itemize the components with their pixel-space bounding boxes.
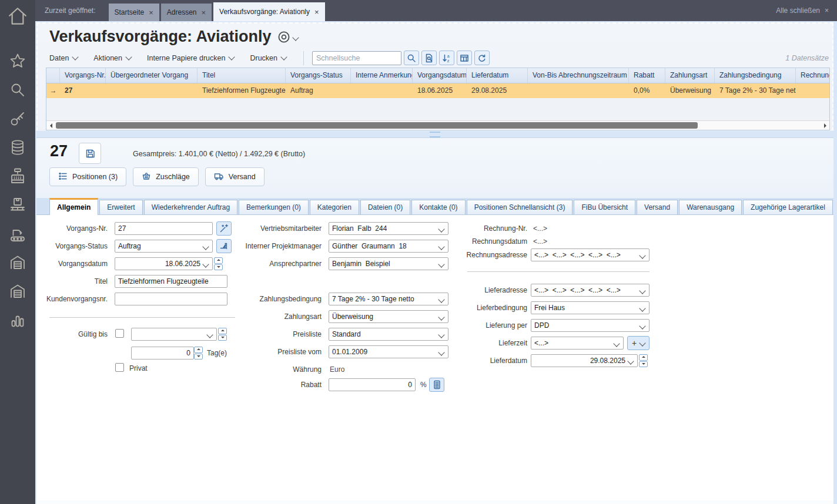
tab-wiederkehrender-auftrag[interactable]: Wiederkehrender Auftrag <box>144 200 237 214</box>
column-header[interactable]: Übergeordneter Vorgang <box>106 68 197 83</box>
gueltig-bis-checkbox[interactable] <box>115 329 124 338</box>
tab-verkaufsvorgaenge[interactable]: Verkaufsvorgänge: Aviationly × <box>213 2 324 21</box>
warehouse-gate-icon[interactable] <box>6 251 29 274</box>
vorgangs-status-select[interactable]: Auftrag <box>115 240 213 253</box>
cash-register-icon[interactable] <box>6 164 29 188</box>
tab-warenausgang[interactable]: Warenausgang <box>679 200 742 214</box>
cell-rechnungs[interactable] <box>796 83 829 98</box>
search-icon[interactable] <box>6 78 29 102</box>
cell-von-bis[interactable] <box>528 83 629 98</box>
favorites-star-icon[interactable] <box>6 49 29 73</box>
lieferbedingung-select[interactable]: Frei Haus <box>531 301 649 314</box>
database-icon[interactable] <box>6 136 29 159</box>
privat-checkbox[interactable] <box>115 363 124 372</box>
tab-versand[interactable]: Versand <box>637 200 678 214</box>
pallet-package-icon[interactable] <box>6 193 29 217</box>
gueltig-bis-stepper[interactable] <box>218 328 227 341</box>
tab-kontakte[interactable]: Kontakte (0) <box>411 200 465 214</box>
zahlungsbedingung-select[interactable]: 7 Tage 2% - 30 Tage netto <box>329 293 448 305</box>
cell-vorgangs-status[interactable]: Auftrag <box>286 83 351 98</box>
column-header[interactable]: Titel <box>197 68 286 83</box>
cell-zahlungsart[interactable]: Überweisung <box>665 83 715 98</box>
cell-zahlungsbedingung[interactable]: 7 Tage 2% - 30 Tage netto <box>715 83 796 98</box>
refresh-button[interactable] <box>474 51 490 65</box>
close-all-button[interactable]: Alle schließen × <box>776 6 829 15</box>
key-icon[interactable] <box>6 107 29 130</box>
rabatt-calculator-button[interactable] <box>429 378 444 392</box>
lieferung-per-select[interactable]: DPD <box>531 319 649 332</box>
vorgangs-nr-input[interactable] <box>115 222 213 235</box>
cell-lieferdatum[interactable]: 29.08.2025 <box>467 83 528 98</box>
zuschlaege-button[interactable]: Zuschläge <box>133 167 199 186</box>
tab-fibu-uebersicht[interactable]: FiBu Übersicht <box>574 200 635 214</box>
titel-input[interactable] <box>115 275 227 288</box>
tab-positionen-schnellansicht[interactable]: Positionen Schnellansicht (3) <box>467 200 573 214</box>
cell-uebergeordneter-vorgang[interactable] <box>106 83 197 98</box>
menu-interne-papiere-drucken[interactable]: Interne Papiere drucken <box>147 54 234 62</box>
projektmanager-select[interactable]: Günther Graumann 18 <box>329 240 448 253</box>
rabatt-input[interactable] <box>329 378 416 391</box>
preisliste-select[interactable]: Standard <box>329 328 448 341</box>
menu-drucken[interactable]: Drucken <box>250 54 286 62</box>
tab-zugehoerige-lagerartikel[interactable]: Zugehörige Lagerartikel <box>743 200 833 214</box>
view-selector[interactable] <box>277 31 298 46</box>
ansprechpartner-select[interactable]: Benjamin Beispiel <box>329 257 448 270</box>
cell-vorgangs-nr[interactable]: 27 <box>60 83 106 98</box>
column-header[interactable]: Lieferdatum <box>467 68 528 83</box>
menu-aktionen[interactable]: Aktionen <box>93 54 131 62</box>
column-header[interactable]: Vorgangs-Status <box>286 68 351 83</box>
lieferadresse-select[interactable]: <...> <...> <...> <...> <...> <box>531 284 649 297</box>
versand-button[interactable]: Versand <box>205 167 265 186</box>
menu-daten[interactable]: Daten <box>49 54 78 62</box>
splitter-handle[interactable] <box>36 130 833 138</box>
column-header[interactable]: Rechnungs <box>796 68 829 83</box>
column-header[interactable]: Vorgangs-Nr. <box>60 68 106 83</box>
column-header[interactable]: Von-Bis Abrechnungszeitraum <box>528 68 629 83</box>
vorgangsdatum-stepper[interactable] <box>214 257 223 270</box>
column-header[interactable]: Rabatt <box>629 68 665 83</box>
cell-titel[interactable]: Tiefziehformen Flugzeugteile <box>197 83 286 98</box>
column-header[interactable]: Vorgangsdatum <box>413 68 467 83</box>
positionen-button[interactable]: Positionen (3) <box>49 167 126 186</box>
cell-rabatt[interactable]: 0,0% <box>629 83 665 98</box>
close-icon[interactable]: × <box>314 8 319 16</box>
column-header[interactable]: Zahlungsart <box>665 68 715 83</box>
bar-chart-icon[interactable] <box>6 308 29 332</box>
cell-vorgangsdatum[interactable]: 18.06.2025 <box>413 83 467 98</box>
production-conveyor-icon[interactable] <box>6 222 29 246</box>
column-header[interactable]: Zahlungsbedingung <box>715 68 796 83</box>
warehouse-gate-alt-icon[interactable] <box>6 280 29 303</box>
scroll-right-arrow[interactable] <box>821 121 829 130</box>
search-input[interactable] <box>312 51 401 65</box>
preisliste-vom-select[interactable]: 01.01.2009 <box>329 345 448 358</box>
kundenvorgangsnr-input[interactable] <box>115 293 227 305</box>
number-wand-button[interactable] <box>216 221 232 236</box>
sort-button[interactable]: az <box>439 51 454 65</box>
tab-kategorien[interactable]: Kategorien <box>310 200 359 214</box>
gueltig-tage-input[interactable] <box>131 347 194 359</box>
cell-interne-anmerkung[interactable] <box>351 83 413 98</box>
tab-startseite[interactable]: Startseite × <box>109 4 159 21</box>
gueltig-bis-date-input[interactable] <box>131 328 217 341</box>
lieferzeit-select[interactable]: <...> <box>531 337 624 350</box>
gueltig-tage-stepper[interactable] <box>194 347 203 359</box>
rechnungsadresse-select[interactable]: <...> <...> <...> <...> <...> <box>531 248 649 261</box>
tab-erweitert[interactable]: Erweitert <box>99 200 142 214</box>
tab-dateien[interactable]: Dateien (0) <box>360 200 410 214</box>
save-button[interactable] <box>79 143 101 164</box>
status-workflow-button[interactable] <box>216 239 232 253</box>
scroll-left-arrow[interactable] <box>46 121 55 130</box>
column-header[interactable]: Interne Anmerkung <box>351 68 413 83</box>
table-row[interactable]: → 27 Tiefziehformen Flugzeugteile Auftra… <box>46 83 829 98</box>
lieferzeit-add-button[interactable]: + <box>627 336 649 350</box>
close-icon[interactable]: × <box>202 9 206 16</box>
scrollbar-thumb[interactable] <box>56 122 698 129</box>
horizontal-scrollbar[interactable] <box>46 120 829 130</box>
zahlungsart-select[interactable]: Überweisung <box>329 310 448 323</box>
tab-adressen[interactable]: Adressen × <box>161 4 212 21</box>
column-chooser-button[interactable] <box>457 51 472 65</box>
search-button[interactable] <box>404 51 419 65</box>
document-search-button[interactable] <box>421 51 437 65</box>
lieferdatum-input[interactable]: 29.08.2025 <box>531 354 638 367</box>
vorgangsdatum-input[interactable]: 18.06.2025 <box>115 257 213 270</box>
